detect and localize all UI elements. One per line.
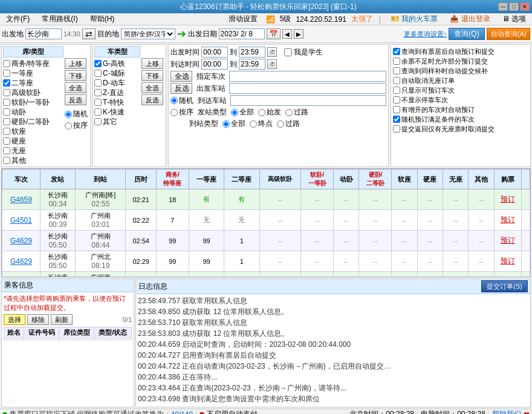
cb-opt2[interactable] [393,58,400,65]
arrive-to-input[interactable] [239,59,265,70]
radio-random-arrive[interactable] [170,97,178,104]
from-input[interactable] [25,28,62,39]
train-up-btn[interactable]: 上移 [141,58,163,69]
cb-soft-first[interactable] [3,99,10,106]
calendar-btn[interactable]: 📅 [267,28,281,39]
my-tickets-btn[interactable]: 🎫 我的火车票 [387,13,441,25]
cb-second[interactable] [3,79,10,87]
col-soft-seat: 软座 [392,169,417,189]
search-filter[interactable]: 简拼/全拼/汉字 [121,28,175,39]
cb-d[interactable] [94,79,102,87]
arrive-type-label: 到站类型 [189,119,218,129]
menu-file[interactable]: 文件(F) [2,13,33,25]
prev-date-btn[interactable]: ◀ [282,29,292,39]
select-passenger-btn[interactable]: 选择 [4,314,25,325]
train-link-g4659[interactable]: G4659 [10,196,32,204]
cb-t[interactable] [94,99,102,106]
seat-down-btn[interactable]: 下移 [65,70,86,81]
close-btn[interactable]: ✕ [520,2,530,11]
seat-up-btn[interactable]: 上移 [65,58,86,69]
arrive-time-btn[interactable]: ⏱ [267,59,277,69]
cb-opt7[interactable] [393,106,400,113]
radio-depart-all[interactable] [231,109,238,116]
first-cell: 无 [189,210,224,231]
cb-c[interactable] [94,70,102,77]
cb-no-seat[interactable] [3,147,10,154]
train-invert-btn[interactable]: 反选 [141,94,163,105]
auto-pay-dot [199,412,204,415]
buy-link-g4501[interactable]: 预订 [501,215,515,224]
cb-business[interactable] [3,60,10,67]
table-row: G4629 长沙南05:50 广州南08:44 02:54 99 99 1 --… [2,231,530,251]
arrive-station-input[interactable] [230,95,386,106]
buy-link-g4629b[interactable]: 预订 [501,257,515,265]
radio-random[interactable] [65,111,72,118]
dur-cell: 02:54 [126,231,156,251]
radio-order[interactable] [65,122,72,130]
train-link-g4629b[interactable]: G4629 [10,257,32,266]
full-select-btn[interactable]: 全选 [170,71,192,82]
depart-station-input[interactable] [229,83,386,94]
cb-opt5[interactable] [393,87,400,94]
cb-first[interactable] [3,70,10,77]
cb-opt1[interactable] [393,48,400,55]
specify-train-input[interactable] [229,71,386,82]
train-link-g4629a[interactable]: G4629 [10,237,32,245]
depart-to-input[interactable] [239,47,265,58]
submit-order-btn[interactable]: 提交订单(S) [481,280,528,292]
cb-other[interactable] [3,157,10,164]
cb-g[interactable] [94,60,102,67]
depart-time-btn[interactable]: ⏱ [267,47,277,57]
cb-opt9[interactable] [393,125,400,133]
buy-link-g4629a[interactable]: 预订 [501,236,515,245]
train-link-g4501[interactable]: G4501 [10,216,32,225]
first-cell: 99 [189,251,224,272]
next-date-btn[interactable]: ▶ [294,29,303,39]
radio-arrive-all[interactable] [222,120,230,128]
heart-icon: ❤ [524,410,530,415]
options-btn[interactable]: 🖥 选项 [499,13,530,25]
help-link[interactable]: 帮助我们 [492,409,521,414]
cb-opt8[interactable] [393,116,400,123]
radio-order-arrive[interactable] [170,109,178,116]
seat-all-btn[interactable]: 全选 [65,82,86,93]
menu-routes[interactable]: 常用路线(I) [38,13,81,25]
arrive-from-input[interactable] [201,59,228,70]
query-btn[interactable]: 查询(Q) [449,28,485,40]
menu-help[interactable]: 帮助(H) [86,13,118,25]
window-controls[interactable]: — □ ✕ [498,2,530,11]
cb-soft-seat[interactable] [3,128,10,135]
logout-btn[interactable]: 📤 退出登录 [446,13,493,25]
radio-depart-start[interactable] [258,109,265,116]
cb-high-soft[interactable] [3,89,10,96]
business-cell: 99 [156,231,189,251]
cb-z[interactable] [94,89,102,96]
radio-arrive-pass[interactable] [277,120,284,128]
cb-opt6[interactable] [393,96,400,104]
maximize-btn[interactable]: □ [509,2,519,11]
depart-from-input[interactable] [201,47,228,58]
date-input[interactable] [219,28,265,39]
buy-link-g4659[interactable]: 预订 [501,195,515,203]
minimize-btn[interactable]: — [498,2,508,11]
radio-arrive-end[interactable] [250,120,257,128]
train-down-btn[interactable]: 下移 [141,70,163,81]
refresh-passenger-btn[interactable]: 刷新 [51,314,73,325]
swap-btn[interactable]: ⇄ [82,28,96,39]
cb-hard-second[interactable] [3,118,10,125]
cb-k[interactable] [94,108,102,116]
cb-opt3[interactable] [393,67,400,74]
toolbar-slide[interactable]: 滑动设置 [225,13,261,25]
cb-opt4[interactable] [393,77,400,84]
cb-student[interactable] [284,48,292,56]
cb-other-train[interactable] [94,118,102,125]
more-query-link[interactable]: 更多查询设置↑ [404,30,447,39]
cb-moving[interactable] [3,108,10,116]
cb-hard-seat[interactable] [3,137,10,145]
auto-query-btn[interactable]: 自动查询(A) [487,28,530,40]
invert-select-btn[interactable]: 反选 [170,83,192,94]
radio-depart-pass[interactable] [285,109,293,116]
seat-invert-btn[interactable]: 反选 [65,94,86,105]
train-all-btn[interactable]: 全选 [141,82,163,93]
remove-passenger-btn[interactable]: 移除 [27,314,49,325]
